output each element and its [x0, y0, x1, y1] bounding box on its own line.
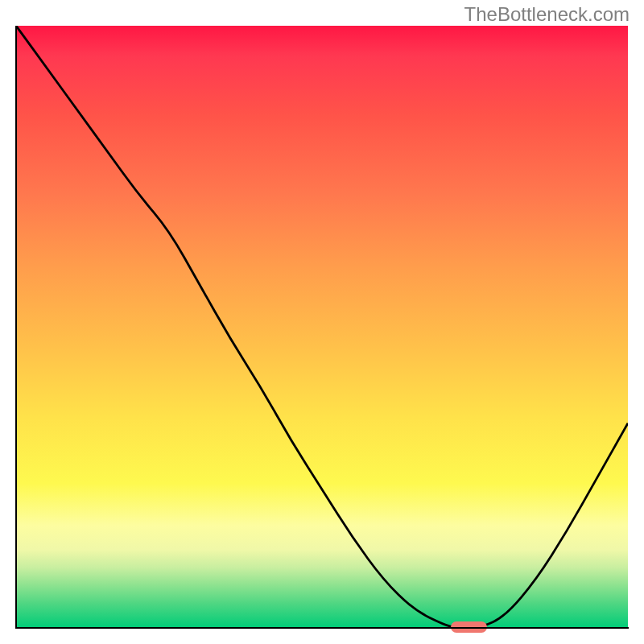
watermark-label: TheBottleneck.com: [464, 3, 630, 26]
y-axis-line: [15, 26, 17, 629]
curve-svg: [16, 26, 628, 628]
chart-plot-area: [16, 26, 628, 628]
bottleneck-curve: [16, 26, 628, 628]
x-axis-line: [15, 627, 629, 629]
